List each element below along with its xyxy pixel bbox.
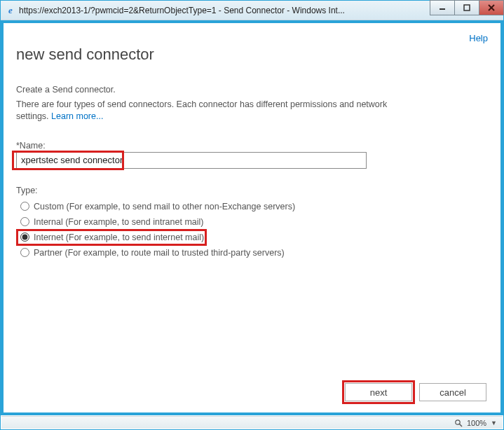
radio-internal[interactable]: Internal (For example, to send intranet … — [16, 215, 486, 229]
radio-internet-label: Internet (For example, to send internet … — [34, 233, 204, 242]
svg-point-4 — [456, 419, 460, 424]
titlebar: e https://exch2013-1/?pwmcid=2&ReturnObj… — [1, 1, 503, 20]
window-frame: e https://exch2013-1/?pwmcid=2&ReturnObj… — [0, 0, 504, 430]
page-title: new send connector — [16, 46, 486, 64]
radio-internet-input[interactable] — [20, 233, 29, 242]
radio-custom-input[interactable] — [20, 202, 29, 211]
dialog-content: Help new send connector Create a Send co… — [4, 23, 500, 412]
zoom-icon[interactable] — [454, 419, 463, 427]
intro-line-2: There are four types of send connectors.… — [16, 99, 409, 123]
close-icon — [488, 4, 495, 11]
type-radio-group: Custom (For example, to send mail to oth… — [16, 200, 486, 261]
help-link[interactable]: Help — [469, 33, 488, 43]
status-bar: 100% ▼ — [1, 416, 503, 429]
dialog-footer: next cancel — [16, 376, 486, 401]
radio-custom-label: Custom (For example, to send mail to oth… — [34, 202, 295, 211]
name-input[interactable] — [16, 152, 367, 169]
learn-more-link[interactable]: Learn more... — [51, 111, 103, 121]
radio-partner-input[interactable] — [20, 248, 29, 257]
radio-internal-input[interactable] — [20, 217, 29, 226]
next-button-wrap: next — [345, 383, 412, 401]
type-label: Type: — [16, 186, 486, 195]
minimize-icon — [439, 4, 446, 11]
radio-custom[interactable]: Custom (For example, to send mail to oth… — [16, 200, 486, 214]
client-area: Help new send connector Create a Send co… — [1, 20, 503, 415]
zoom-dropdown-icon[interactable]: ▼ — [491, 419, 497, 426]
close-button[interactable] — [479, 0, 504, 15]
name-label: *Name: — [16, 141, 486, 151]
intro-line-1: Create a Send connector. — [16, 85, 486, 95]
maximize-icon — [463, 4, 470, 11]
maximize-button[interactable] — [454, 0, 479, 15]
ie-favicon: e — [5, 5, 16, 16]
svg-rect-1 — [464, 5, 470, 11]
window-title: https://exch2013-1/?pwmcid=2&ReturnObjec… — [19, 6, 430, 15]
next-button[interactable]: next — [345, 383, 412, 401]
zoom-value[interactable]: 100% — [467, 419, 486, 427]
name-field-wrap — [16, 152, 370, 169]
cancel-button[interactable]: cancel — [419, 383, 486, 401]
minimize-button[interactable] — [430, 0, 455, 15]
window-controls — [430, 1, 503, 20]
svg-line-5 — [459, 424, 462, 426]
radio-internet[interactable]: Internet (For example, to send internet … — [16, 230, 486, 244]
radio-internal-label: Internal (For example, to send intranet … — [34, 217, 203, 227]
radio-partner-label: Partner (For example, to route mail to t… — [34, 248, 285, 258]
radio-partner[interactable]: Partner (For example, to route mail to t… — [16, 246, 486, 260]
